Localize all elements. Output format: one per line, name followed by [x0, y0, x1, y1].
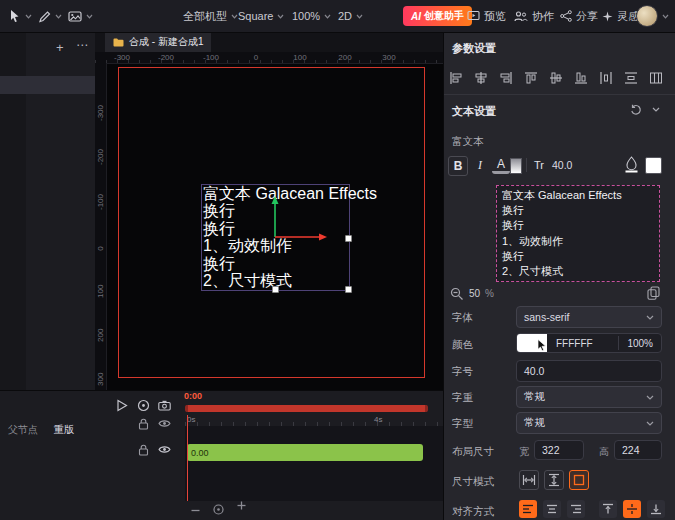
- account-menu[interactable]: [636, 0, 669, 32]
- current-time-label: 0:00: [184, 391, 202, 401]
- select-tool-button[interactable]: [8, 0, 32, 32]
- ai-assistant-button[interactable]: AI 创意助手: [403, 6, 472, 26]
- timeline-zoom-slider[interactable]: [212, 503, 225, 516]
- timeline-ruler[interactable]: 0s 4s: [185, 415, 443, 426]
- timeline-zoom-out-button[interactable]: [190, 505, 201, 516]
- vertical-align-bottom-icon[interactable]: [647, 500, 665, 518]
- timeline-panel: 父节点 重版 0:00 0s 4s: [0, 390, 443, 520]
- preview-line: 换行: [502, 203, 654, 218]
- rich-text-label: 富文本: [452, 135, 484, 149]
- preview-zoom-out-icon[interactable]: [450, 287, 464, 301]
- snapshot-icon[interactable]: [158, 400, 171, 411]
- align-left-icon[interactable]: [448, 70, 464, 86]
- align-bottom-icon[interactable]: [573, 70, 589, 86]
- folder-icon: [113, 38, 124, 47]
- preview-line: 2、尺寸模式: [502, 264, 654, 279]
- width-input[interactable]: 322: [534, 440, 584, 460]
- media-tool-button[interactable]: [68, 0, 93, 32]
- lock-icon[interactable]: [138, 418, 149, 430]
- preview-label: 预览: [484, 9, 506, 24]
- font-size-input[interactable]: 40.0: [516, 360, 662, 382]
- transform-gizmo[interactable]: [255, 192, 345, 252]
- ruler-tick: 100: [293, 53, 306, 62]
- collapse-section-icon[interactable]: [652, 107, 660, 112]
- text-align-left-icon[interactable]: [519, 500, 537, 518]
- divider: [526, 158, 527, 172]
- columns-icon[interactable]: [648, 70, 664, 86]
- vertical-ruler: -300 -200 -100 0 100 200 300: [95, 63, 107, 390]
- collaborate-button[interactable]: 协作: [514, 0, 554, 32]
- playhead[interactable]: [187, 415, 188, 501]
- preview-button[interactable]: 预览: [467, 0, 506, 32]
- align-top-icon[interactable]: [523, 70, 539, 86]
- track-clip[interactable]: 0.00: [187, 444, 423, 461]
- device-selector-label: 全部机型: [183, 9, 227, 24]
- align-v-center-icon[interactable]: [548, 70, 564, 86]
- timeline-zoom-in-button[interactable]: [236, 500, 247, 511]
- track-clip-value: 0.00: [187, 448, 209, 458]
- current-color-swatch[interactable]: [645, 157, 662, 174]
- preview-zoom-value[interactable]: 50: [469, 288, 480, 299]
- text-align-center-icon[interactable]: [543, 500, 561, 518]
- dimension-mode-selector[interactable]: 2D: [338, 0, 363, 32]
- font-family-value: sans-serif: [524, 311, 570, 323]
- preview-line: 换行: [502, 249, 654, 264]
- height-input[interactable]: 224: [614, 440, 662, 460]
- eye-icon[interactable]: [158, 445, 171, 454]
- fill-color-icon[interactable]: [624, 156, 639, 173]
- canvas-preset-selector[interactable]: Square: [238, 0, 284, 32]
- record-keyframe-icon[interactable]: [137, 399, 150, 412]
- font-family-select[interactable]: sans-serif: [516, 306, 662, 328]
- preview-zoom-unit: %: [485, 288, 494, 299]
- align-h-center-icon[interactable]: [473, 70, 489, 86]
- vertical-align-middle-icon[interactable]: [623, 500, 641, 518]
- add-layer-button[interactable]: +: [56, 40, 64, 55]
- text-transform-button[interactable]: Tr: [530, 156, 548, 174]
- distribute-vertical-icon[interactable]: [623, 70, 639, 86]
- italic-button[interactable]: I: [471, 156, 489, 174]
- share-button[interactable]: 分享: [560, 0, 598, 32]
- distribute-horizontal-icon[interactable]: [598, 70, 614, 86]
- collaborate-label: 协作: [532, 9, 554, 24]
- font-color-swatch[interactable]: [517, 334, 547, 352]
- parent-node-value-dropdown[interactable]: 重版: [54, 419, 74, 437]
- timeline-range-bar[interactable]: [185, 405, 428, 412]
- eye-icon[interactable]: [158, 419, 171, 428]
- resize-handle-bottom-right[interactable]: [345, 286, 352, 293]
- device-selector[interactable]: 全部机型: [183, 0, 238, 32]
- play-button[interactable]: [116, 399, 128, 412]
- align-right-icon[interactable]: [498, 70, 514, 86]
- reset-icon[interactable]: [630, 104, 642, 116]
- resize-handle-bottom[interactable]: [272, 286, 279, 293]
- composition-tab[interactable]: 合成 - 新建合成1: [105, 32, 211, 52]
- chevron-down-icon: [356, 14, 363, 19]
- more-options-button[interactable]: ⋯: [76, 38, 89, 52]
- rich-text-preview[interactable]: 富文本 Galacean Effects 换行 换行 1、动效制作 换行 2、尺…: [496, 185, 660, 282]
- zoom-selector[interactable]: 100%: [292, 0, 331, 32]
- bold-button[interactable]: B: [448, 156, 468, 176]
- draw-tool-button[interactable]: [38, 0, 62, 32]
- text-align-right-icon[interactable]: [567, 500, 585, 518]
- size-mode-vertical-icon[interactable]: [544, 470, 564, 490]
- font-color-opacity[interactable]: 100%: [618, 336, 661, 350]
- chevron-down-icon: [231, 14, 238, 19]
- vertical-align-top-icon[interactable]: [599, 500, 617, 518]
- text-color-button[interactable]: A: [492, 156, 510, 174]
- size-mode-fixed-icon[interactable]: [569, 470, 589, 490]
- format-font-size-value[interactable]: 40.0: [552, 159, 572, 171]
- size-mode-horizontal-icon[interactable]: [519, 470, 539, 490]
- inspiration-button[interactable]: 灵感: [602, 0, 639, 32]
- gradient-swatch[interactable]: [510, 158, 522, 174]
- font-weight-select[interactable]: 常规: [516, 386, 662, 408]
- resize-handle-right[interactable]: [345, 235, 352, 242]
- font-style-select[interactable]: 常规: [516, 412, 662, 434]
- ruler-tick: -300: [96, 110, 105, 121]
- ruler-tick: 100: [96, 287, 105, 298]
- layer-row-selected[interactable]: [0, 76, 95, 94]
- font-size-label: 字号: [452, 365, 473, 379]
- font-color-control: FFFFFF 100%: [516, 333, 662, 353]
- preview-line: 1、动效制作: [502, 234, 654, 249]
- lock-icon[interactable]: [138, 444, 149, 456]
- font-color-hex[interactable]: FFFFFF: [547, 338, 618, 349]
- copy-icon[interactable]: [647, 286, 660, 300]
